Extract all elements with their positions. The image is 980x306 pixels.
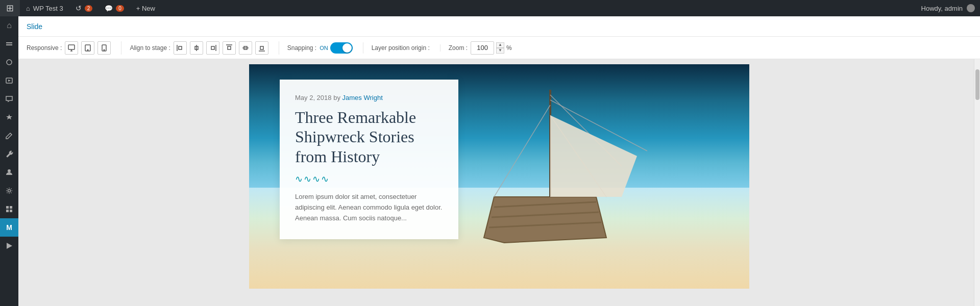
snapping-toggle-wrap: ON — [320, 42, 353, 54]
svg-marker-27 — [550, 115, 637, 197]
comments-count: 0 — [116, 5, 124, 12]
sidebar-shapes-icon[interactable] — [0, 53, 18, 71]
svg-point-14 — [88, 49, 89, 50]
svg-rect-7 — [6, 206, 9, 209]
wp-logo-item[interactable]: ⊞ — [0, 0, 20, 16]
slide-label[interactable]: Slide — [27, 22, 42, 31]
new-label: + New — [136, 5, 155, 12]
controls-bar: Responsive : Align to stage : — [18, 37, 980, 59]
sidebar-wrench-icon[interactable] — [0, 145, 18, 163]
sidebar-settings-icon[interactable] — [0, 182, 18, 200]
svg-point-5 — [8, 169, 11, 172]
avatar[interactable] — [967, 4, 975, 12]
slide-toolbar: Slide — [18, 16, 980, 37]
howdy-text: Howdy, admin — [921, 5, 963, 12]
comments-icon: 💬 — [105, 5, 113, 12]
right-scrollbar[interactable] — [974, 59, 980, 306]
mobile-button[interactable] — [97, 41, 111, 55]
svg-line-24 — [494, 105, 550, 197]
site-name: WP Test 3 — [33, 5, 63, 12]
sidebar-slider-icon[interactable]: M — [0, 218, 18, 237]
comments-item[interactable]: 💬 0 — [99, 0, 130, 16]
zoom-up-arrow[interactable]: ▲ — [496, 42, 504, 48]
zoom-input-wrap: 100 ▲ ▼ % — [471, 41, 512, 55]
admin-bar: ⊞ ⌂ WP Test 3 ↺ 2 💬 0 + New Howdy, admin — [0, 0, 980, 16]
align-top-button[interactable] — [223, 41, 236, 55]
new-item[interactable]: + New — [130, 0, 161, 16]
updates-icon: ↺ — [76, 4, 82, 12]
align-bottom-button[interactable] — [255, 41, 268, 55]
svg-point-16 — [104, 49, 105, 50]
post-by: by — [333, 94, 340, 101]
post-excerpt: Lorem ipsum dolor sit amet, consectetuer… — [295, 192, 443, 223]
align-middle-h-button[interactable] — [239, 41, 252, 55]
zoom-input[interactable]: 100 — [471, 41, 494, 55]
icon-sidebar: ⌂ M — [0, 16, 18, 306]
scrollbar-thumb — [975, 69, 979, 100]
align-stage-label: Align to stage : — [130, 44, 170, 52]
svg-rect-0 — [6, 42, 12, 43]
zoom-label: Zoom : — [449, 44, 468, 52]
svg-marker-4 — [8, 80, 11, 82]
canvas-area: May 2, 2018 by James Wright Three Remark… — [18, 59, 980, 306]
svg-rect-9 — [6, 210, 9, 212]
layer-origin-group: Layer position origin : — [372, 44, 440, 52]
sidebar-play-icon[interactable] — [0, 237, 18, 255]
slide-text-card: May 2, 2018 by James Wright Three Remark… — [280, 80, 458, 239]
admin-bar-right: Howdy, admin — [921, 4, 980, 12]
zoom-group: Zoom : 100 ▲ ▼ % — [449, 41, 512, 55]
post-author[interactable]: James Wright — [342, 94, 383, 101]
svg-point-6 — [8, 190, 11, 192]
svg-marker-11 — [7, 243, 12, 249]
post-title: Three Remarkable Shipwreck Stories from … — [295, 108, 443, 166]
sidebar-comments-icon[interactable] — [0, 90, 18, 108]
snapping-toggle[interactable] — [330, 42, 353, 54]
wp-logo-icon: ⊞ — [6, 3, 14, 14]
svg-rect-1 — [6, 44, 12, 45]
snapping-on-label: ON — [320, 45, 328, 51]
updates-count: 2 — [85, 5, 93, 12]
layer-origin-label: Layer position origin : — [372, 44, 430, 52]
site-name-item[interactable]: ⌂ WP Test 3 — [20, 0, 69, 16]
editor-area: Slide Responsive : Align to stage : — [18, 16, 980, 306]
sidebar-layers-icon[interactable] — [0, 35, 18, 53]
slide-canvas: May 2, 2018 by James Wright Three Remark… — [249, 64, 749, 289]
wave-decoration: ∿∿∿∿ — [295, 173, 443, 185]
tablet-button[interactable] — [81, 41, 94, 55]
align-stage-group: Align to stage : — [130, 41, 279, 55]
sidebar-pen-icon[interactable] — [0, 126, 18, 145]
svg-rect-12 — [68, 45, 75, 49]
sidebar-home-icon[interactable]: ⌂ — [0, 16, 18, 35]
align-left-top-button[interactable] — [174, 41, 187, 55]
post-meta: May 2, 2018 by James Wright — [295, 94, 443, 101]
zoom-down-arrow[interactable]: ▼ — [496, 48, 504, 54]
snapping-label: Snapping : — [287, 44, 316, 52]
desktop-button[interactable] — [65, 41, 78, 55]
toggle-thumb — [342, 43, 352, 53]
slide-content: May 2, 2018 by James Wright Three Remark… — [249, 64, 749, 289]
sidebar-media-icon[interactable] — [0, 71, 18, 90]
svg-rect-10 — [10, 210, 12, 212]
snapping-group: Snapping : ON — [287, 42, 363, 54]
sidebar-pin-icon[interactable] — [0, 108, 18, 126]
zoom-arrows: ▲ ▼ — [496, 42, 504, 54]
svg-point-2 — [7, 60, 12, 65]
svg-rect-8 — [10, 206, 12, 209]
zoom-unit: % — [506, 44, 512, 52]
responsive-group: Responsive : — [27, 41, 121, 55]
sidebar-grid-icon[interactable] — [0, 200, 18, 218]
responsive-label: Responsive : — [27, 44, 62, 52]
align-right-button[interactable] — [206, 41, 219, 55]
post-date: May 2, 2018 — [295, 94, 332, 101]
align-center-v-button[interactable] — [190, 41, 203, 55]
sidebar-person-icon[interactable] — [0, 163, 18, 182]
home-icon: ⌂ — [26, 5, 30, 12]
updates-item[interactable]: ↺ 2 — [69, 0, 99, 16]
